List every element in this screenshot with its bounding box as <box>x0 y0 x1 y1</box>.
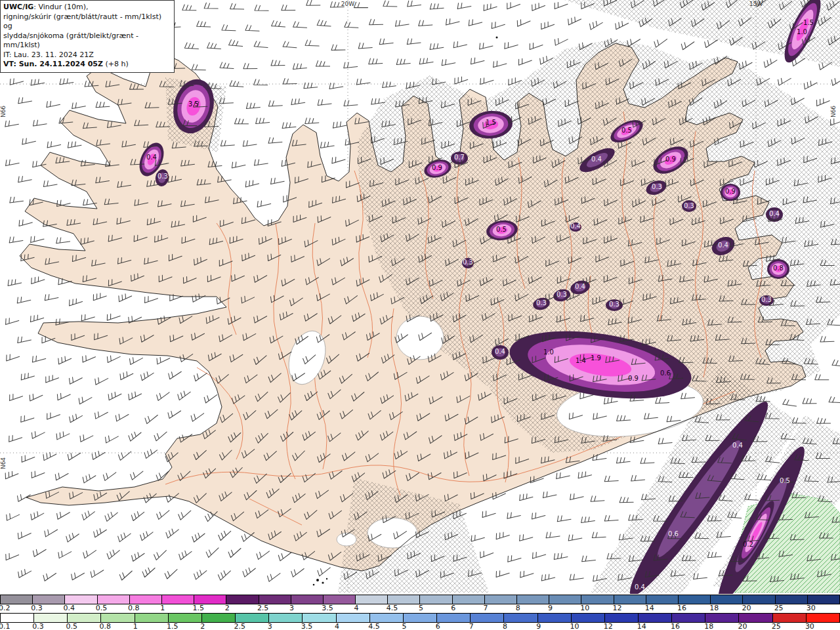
legend-tick-label: 4.5 <box>387 604 419 613</box>
legend-color-segment <box>437 614 471 622</box>
legend-color-segment <box>1 614 34 622</box>
precip-value-label: 0.4 <box>570 222 581 230</box>
legend-tick-label: 1 <box>133 623 167 630</box>
legend-color-segment <box>743 595 775 604</box>
precip-value-label: 1.0 <box>797 28 807 35</box>
precip-value-label: 0.9 <box>628 375 639 382</box>
legend-tick-label: 14 <box>637 623 671 630</box>
legend-tick-label: 16 <box>671 623 704 630</box>
precip-value-label: 0.4 <box>718 242 728 249</box>
precip-value-label: 0.5 <box>496 226 507 233</box>
legend-color-segment <box>538 614 572 622</box>
legend-color-segment <box>639 614 672 622</box>
legend-tick-label: 18 <box>709 604 742 613</box>
legend-row-rain: 0.10.30.50.811.522.533.544.5567891012141… <box>0 613 840 630</box>
precip-value-label: 1.0 <box>543 348 554 356</box>
precip-value-label: 0.4 <box>495 348 505 355</box>
legend-tick-label: 2 <box>200 623 234 630</box>
init-time-value: Lau. 23. 11. 2024 21Z <box>11 51 93 59</box>
legend-tick-label: 1.5 <box>167 623 200 630</box>
legend-tick-label: 0.3 <box>31 604 63 613</box>
legend-color-segment <box>236 614 269 622</box>
precip-value-label: 1.4 <box>576 357 586 364</box>
legend-tick-label: 30 <box>805 623 839 630</box>
legend-color-segment <box>679 595 711 604</box>
precip-value-label: 1.5 <box>486 119 496 126</box>
weather-map: 3.50.40.31.50.70.90.50.40.90.30.90.30.40… <box>0 0 840 594</box>
valid-time-suffix: (+8 h) <box>103 60 129 68</box>
precip-value-label: 1.9 <box>591 354 601 362</box>
legend-color-segment <box>65 595 97 604</box>
precip-value-label: 0.8 <box>773 264 784 272</box>
precip-value-label: 0.4 <box>575 283 585 290</box>
legend-color-segment <box>705 614 739 622</box>
legend-color-segment <box>549 595 581 604</box>
legend-tick-label: 3 <box>289 604 322 613</box>
legend-color-segment <box>672 614 705 622</box>
legend-color-segment <box>420 595 452 604</box>
legend-color-segment <box>259 595 291 604</box>
legend-tick-label: 5 <box>402 623 435 630</box>
coord-label: N66 <box>830 106 837 117</box>
precip-value-label: 0.3 <box>684 202 694 209</box>
legend-labels-rain: 0.10.30.50.811.522.533.544.5567891012141… <box>0 623 840 630</box>
product-name: UWC/IG <box>3 3 33 11</box>
legend-tick-label: 0.8 <box>128 604 160 613</box>
valid-time-line: VT: Sun. 24.11.2024 05Z (+8 h) <box>3 60 170 70</box>
precip-value-label: 0.3 <box>609 301 620 308</box>
precip-value-label: 0.3 <box>761 296 772 303</box>
precip-value-label: 0.6 <box>668 530 679 537</box>
legend-tick-label: 10 <box>580 604 612 613</box>
legend-tick-label: 0.5 <box>66 623 99 630</box>
legend-color-segment <box>98 595 130 604</box>
legend-color-segment <box>807 614 840 622</box>
precip-value-label: 3.5 <box>188 100 199 108</box>
legend-tick-label: 1.5 <box>192 604 224 613</box>
legend-tick-label: 20 <box>738 623 771 630</box>
legend-color-segment <box>194 595 226 604</box>
title-rest: : Vindur (10m), <box>33 3 88 11</box>
precip-value-label: 0.3 <box>556 291 567 298</box>
title-box: UWC/IG: Vindur (10m), rigning/skúrir (gr… <box>0 0 175 73</box>
legend-tick-label: 3.5 <box>322 604 354 613</box>
legend-tick-label: 14 <box>645 604 677 613</box>
legend-tick-label: 25 <box>772 623 805 630</box>
precip-value-label: 1.5 <box>803 19 814 26</box>
legend-color-segment <box>453 595 485 604</box>
legend-color-segment <box>34 614 68 622</box>
legend-tick-label: 9 <box>536 623 570 630</box>
legend-color-segment <box>614 595 646 604</box>
coord-label: 20W <box>341 1 354 7</box>
precip-value-label: 0.9 <box>665 156 676 163</box>
precip-value-label: 0.3 <box>463 259 473 266</box>
legend-tick-label: 4 <box>335 623 368 630</box>
legend-color-segment <box>226 595 259 604</box>
legend: 0.20.30.40.50.811.522.533.544.5567891012… <box>0 594 840 630</box>
legend-color-segment <box>773 614 807 622</box>
legend-labels-sleet-snow: 0.20.30.40.50.811.522.533.544.5567891012… <box>0 604 840 613</box>
legend-color-segment <box>101 614 135 622</box>
legend-color-segment <box>404 614 437 622</box>
legend-color-segment <box>130 595 162 604</box>
precip-value-label: 0.4 <box>146 154 157 161</box>
legend-tick-label: 25 <box>774 604 807 613</box>
legend-color-segment <box>517 595 549 604</box>
precip-value-label: 0.5 <box>780 477 790 484</box>
legend-color-segment <box>324 595 356 604</box>
init-time-label: IT: <box>3 51 11 59</box>
legend-color-segment <box>1 595 33 604</box>
legend-color-segment <box>711 595 743 604</box>
legend-tick-label: 4 <box>354 604 387 613</box>
legend-color-segment <box>646 595 679 604</box>
legend-bar-rain <box>0 613 840 623</box>
legend-tick-label: 10 <box>570 623 603 630</box>
legend-tick-label: 0.1 <box>0 623 32 630</box>
legend-tick-label: 8 <box>503 623 536 630</box>
legend-tick-label: 0.8 <box>100 623 133 630</box>
subtitle-sleet-snow: slydda/snjókoma (grátt/bleikt/grænt - mm… <box>3 32 170 51</box>
precip-value-label: 0.2 <box>743 541 753 548</box>
legend-tick-label: 20 <box>742 604 774 613</box>
coord-label: 15W <box>749 1 763 7</box>
legend-tick-label: 16 <box>677 604 709 613</box>
legend-color-segment <box>485 595 517 604</box>
